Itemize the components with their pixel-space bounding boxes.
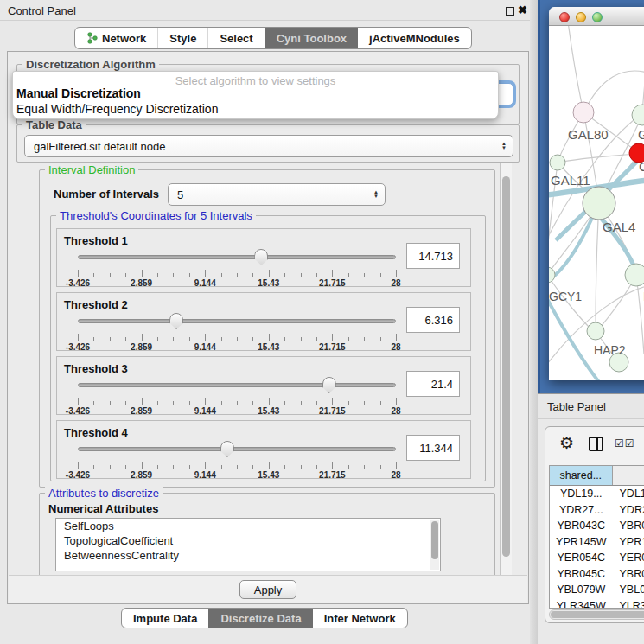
number-of-intervals-combobox[interactable]: 5 ▲▼ bbox=[168, 183, 386, 206]
network-edge[interactable] bbox=[568, 26, 583, 112]
slider-track[interactable] bbox=[78, 319, 396, 323]
slider-thumb[interactable] bbox=[322, 377, 336, 393]
node-label: GCY1 bbox=[549, 290, 582, 303]
slider-scale-labels: -3.4262.8599.14415.4321.71528 bbox=[78, 278, 396, 289]
algorithm-prompt-option[interactable]: Select algorithm to view settings bbox=[13, 74, 498, 87]
tab-label: Select bbox=[220, 32, 252, 45]
control-panel-titlebar: Control Panel ✖ bbox=[0, 0, 534, 21]
table-row[interactable]: YER054CYER0 bbox=[550, 550, 644, 566]
slider-thumb[interactable] bbox=[220, 441, 234, 457]
algorithm-option[interactable]: Manual Discretization bbox=[16, 86, 141, 100]
tab-cyni-toolbox[interactable]: Cyni Toolbox bbox=[265, 28, 358, 48]
network-node[interactable] bbox=[583, 187, 615, 220]
list-item[interactable]: SelfLoops bbox=[56, 519, 440, 533]
panel-divider[interactable] bbox=[530, 0, 538, 644]
tab-jactivemnodules[interactable]: jActiveMNodules bbox=[358, 28, 471, 48]
table-hscrollbar-thumb[interactable] bbox=[551, 611, 644, 618]
table-column-header[interactable]: shared... bbox=[550, 466, 613, 485]
tab-network[interactable]: Network bbox=[75, 28, 157, 48]
select-columns-icon[interactable]: ☑☑ bbox=[615, 437, 635, 450]
apply-button[interactable]: Apply bbox=[239, 580, 296, 599]
slider-track[interactable] bbox=[78, 383, 396, 387]
table-data-selected-value: galFiltered.sif default node bbox=[34, 140, 165, 153]
network-canvas[interactable]: GAL80GACGAL11GAL4GCY1HHAP2 bbox=[549, 26, 644, 380]
table-cell: YBL0 bbox=[613, 582, 644, 598]
float-window-icon[interactable] bbox=[506, 7, 514, 16]
slider-thumb[interactable] bbox=[169, 313, 183, 329]
threshold-slider[interactable]: -3.4262.8599.14415.4321.71528 bbox=[78, 314, 396, 348]
table-row[interactable]: YDL19...YDL1 bbox=[550, 486, 644, 502]
threshold-value-field[interactable]: 11.344 bbox=[406, 435, 460, 461]
network-node[interactable] bbox=[573, 102, 594, 123]
table-row[interactable]: YPR145WYPR1 bbox=[550, 534, 644, 551]
close-icon[interactable]: ✖ bbox=[518, 3, 527, 16]
network-node[interactable] bbox=[550, 155, 565, 170]
tab-style[interactable]: Style bbox=[157, 28, 207, 48]
network-window-titlebar[interactable] bbox=[549, 7, 644, 26]
threshold-label: Threshold 3 bbox=[64, 362, 128, 375]
network-edge[interactable] bbox=[558, 154, 635, 163]
mac-zoom-icon[interactable] bbox=[592, 12, 603, 22]
slider-track[interactable] bbox=[78, 447, 396, 451]
slider-track[interactable] bbox=[78, 255, 396, 259]
slider-ticks bbox=[78, 397, 396, 405]
thresholds-host: Threshold 1-3.4262.8599.14415.4321.71528… bbox=[51, 216, 485, 481]
slider-thumb[interactable] bbox=[254, 249, 268, 265]
table-row[interactable]: YBR045CYBR0 bbox=[550, 566, 644, 583]
threshold-value-field[interactable]: 14.713 bbox=[406, 243, 460, 269]
list-scrollbar-thumb[interactable] bbox=[431, 521, 438, 559]
node-label: C bbox=[639, 159, 644, 174]
table-row[interactable]: YLR345WYLR3 bbox=[550, 598, 644, 609]
table-data-combobox[interactable]: galFiltered.sif default node ▲▼ bbox=[24, 135, 513, 157]
table-cell: YLR345W bbox=[550, 598, 613, 609]
network-node[interactable] bbox=[549, 267, 555, 283]
network-node[interactable] bbox=[587, 322, 604, 340]
algorithm-option[interactable]: Equal Width/Frequency Discretization bbox=[16, 102, 218, 116]
application-window: Control Panel ✖ NetworkStyleSelectCyni T… bbox=[0, 0, 644, 644]
node-table[interactable]: shared...na YDL19...YDL1YDR27...YDR2YBR0… bbox=[549, 465, 644, 609]
table-cell: YBR0 bbox=[613, 518, 644, 534]
tab-label: Style bbox=[169, 32, 196, 45]
panel-vertical-scrollbar[interactable] bbox=[500, 163, 512, 598]
mac-close-icon[interactable] bbox=[559, 12, 570, 22]
network-view-window[interactable]: GAL80GACGAL11GAL4GCY1HHAP2 bbox=[549, 7, 644, 380]
tab-impute-data[interactable]: Impute Data bbox=[122, 609, 208, 628]
threshold-slider[interactable]: -3.4262.8599.14415.4321.71528 bbox=[78, 378, 396, 412]
tab-select[interactable]: Select bbox=[207, 28, 264, 48]
attribute-items: SelfLoopsTopologicalCoefficientBetweenne… bbox=[56, 519, 440, 563]
network-edge[interactable] bbox=[583, 71, 644, 112]
threshold-panel: Threshold 2-3.4262.8599.14415.4321.71528… bbox=[56, 292, 471, 351]
table-cell: YBR043C bbox=[550, 518, 613, 534]
threshold-slider[interactable]: -3.4262.8599.14415.4321.71528 bbox=[78, 442, 396, 476]
scroll-viewport: Interval Definition Number of Intervals … bbox=[10, 163, 499, 576]
threshold-value-field[interactable]: 6.316 bbox=[406, 307, 460, 333]
combo-stepper-icon[interactable]: ▲▼ bbox=[501, 136, 507, 156]
tab-infer-network[interactable]: Infer Network bbox=[313, 609, 407, 628]
tab-label: Infer Network bbox=[324, 612, 396, 625]
table-row[interactable]: YDR27...YDR2 bbox=[550, 502, 644, 519]
table-row[interactable]: YBR043CYBR0 bbox=[550, 518, 644, 534]
tab-discretize-data[interactable]: Discretize Data bbox=[208, 609, 312, 628]
network-node[interactable] bbox=[625, 264, 644, 286]
mac-minimize-icon[interactable] bbox=[576, 12, 586, 22]
network-node[interactable] bbox=[632, 105, 644, 125]
numerical-attributes-list[interactable]: SelfLoopsTopologicalCoefficientBetweenne… bbox=[55, 518, 441, 571]
column-layout-icon[interactable] bbox=[589, 437, 603, 451]
gear-icon[interactable]: ⚙ bbox=[559, 433, 574, 453]
slider-scale-labels: -3.4262.8599.14415.4321.71528 bbox=[78, 470, 396, 481]
table-cell: YPR1 bbox=[613, 534, 644, 551]
table-column-header[interactable]: na bbox=[613, 466, 644, 485]
table-cell: YPR145W bbox=[550, 534, 613, 551]
table-row[interactable]: YBL079WYBL0 bbox=[550, 582, 644, 598]
table-cell: YDR27... bbox=[550, 502, 613, 519]
list-scrollbar[interactable] bbox=[430, 520, 439, 570]
table-horizontal-scrollbar[interactable] bbox=[549, 609, 644, 620]
panel-scrollbar-thumb[interactable] bbox=[502, 176, 510, 557]
number-of-intervals-value: 5 bbox=[177, 188, 183, 201]
list-item[interactable]: BetweennessCentrality bbox=[56, 548, 440, 563]
combo-stepper-icon[interactable]: ▲▼ bbox=[373, 184, 379, 205]
threshold-panel: Threshold 4-3.4262.8599.14415.4321.71528… bbox=[56, 420, 471, 479]
threshold-value-field[interactable]: 21.4 bbox=[406, 371, 460, 397]
threshold-slider[interactable]: -3.4262.8599.14415.4321.71528 bbox=[78, 250, 396, 284]
list-item[interactable]: TopologicalCoefficient bbox=[56, 533, 440, 548]
